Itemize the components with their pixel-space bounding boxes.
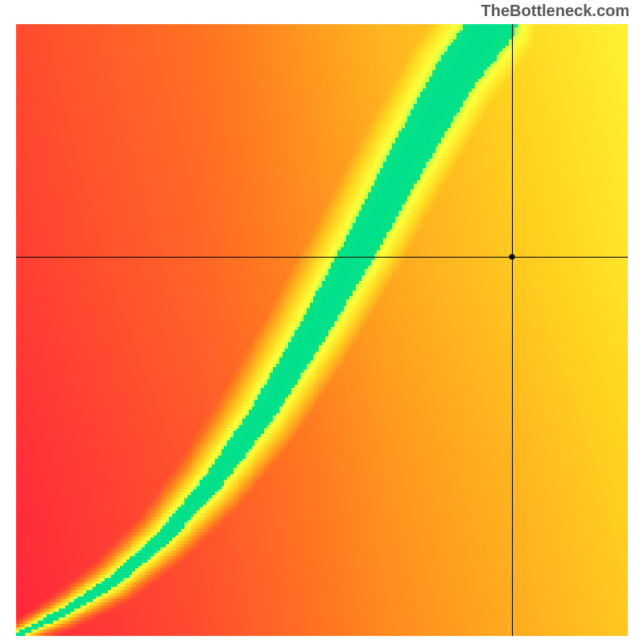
watermark-text: TheBottleneck.com xyxy=(481,2,630,20)
heatmap-plot xyxy=(16,24,628,636)
heatmap-canvas xyxy=(16,24,628,636)
marker-dot xyxy=(509,254,514,259)
crosshair-vertical xyxy=(512,24,513,636)
crosshair-horizontal xyxy=(16,257,628,258)
